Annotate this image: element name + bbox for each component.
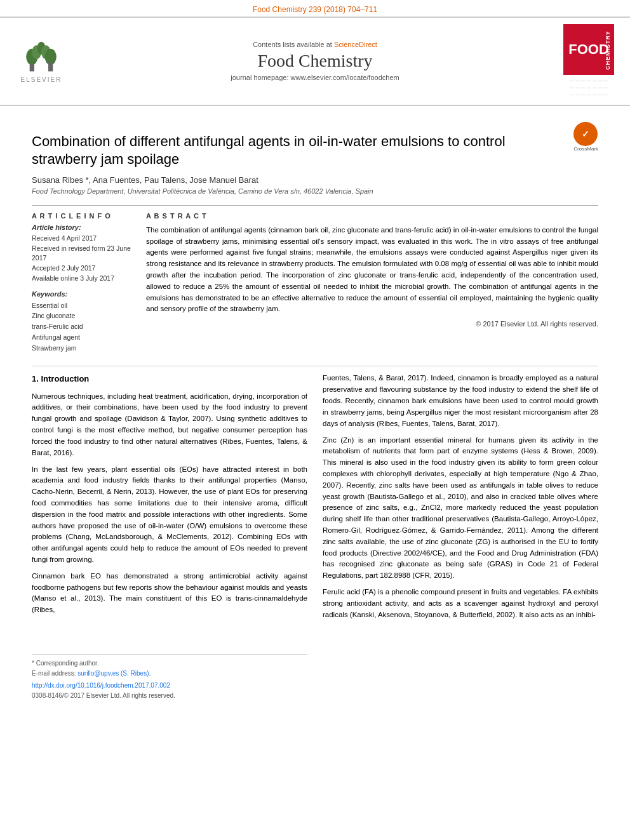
keyword-5: Strawberry jam <box>32 343 133 354</box>
available-date: Available online 3 July 2017 <box>32 274 133 284</box>
body-para-r3: Ferulic acid (FA) is a phenolic compound… <box>323 587 598 620</box>
keyword-4: Antifungal agent <box>32 332 133 343</box>
crossmark-label: CrossMark <box>573 146 598 152</box>
issn: 0308-8146/© 2017 Elsevier Ltd. All right… <box>32 691 307 701</box>
body-section: 1. Introduction Numerous techniques, inc… <box>32 373 598 700</box>
footnote-section: * Corresponding author. E-mail address: … <box>32 654 307 700</box>
keyword-3: trans-Ferulic acid <box>32 321 133 332</box>
article-title: Combination of different antifungal agen… <box>32 133 567 169</box>
doi-link: http://dx.doi.org/10.1016/j.foodchem.201… <box>32 681 307 691</box>
sciencedirect-link: Contents lists available at ScienceDirec… <box>76 41 554 48</box>
header-middle: Contents lists available at ScienceDirec… <box>70 41 560 81</box>
footnote-star: * Corresponding author. <box>32 658 307 669</box>
journal-title: Food Chemistry <box>76 51 554 71</box>
logo-food-text: FOOD <box>568 43 609 57</box>
main-content: Combination of different antifungal agen… <box>0 119 630 701</box>
elsevier-tree-icon <box>22 39 60 74</box>
svg-point-5 <box>45 48 57 65</box>
intro-heading: 1. Introduction <box>32 373 307 385</box>
journal-header: ELSEVIER Contents lists available at Sci… <box>0 17 630 106</box>
footnote-email: E-mail address: surillo@upv.es (S. Ribes… <box>32 669 307 679</box>
authors: Susana Ribes *, Ana Fuentes, Pau Talens,… <box>32 175 567 185</box>
article-title-section: Combination of different antifungal agen… <box>32 119 598 205</box>
affiliation: Food Technology Department, Universitat … <box>32 187 567 195</box>
section-divider <box>32 366 598 366</box>
abstract-title: A B S T R A C T <box>146 212 598 220</box>
email-link[interactable]: surillo@upv.es (S. Ribes). <box>77 670 151 677</box>
received-date: Received 4 April 2017 <box>32 234 133 244</box>
abstract-panel: A B S T R A C T The combination of antif… <box>146 212 598 354</box>
svg-rect-6 <box>48 62 53 71</box>
abstract-text: The combination of antifungal agents (ci… <box>146 225 598 316</box>
keyword-1: Essential oil <box>32 300 133 311</box>
keywords-title: Keywords: <box>32 290 133 298</box>
info-abstract-section: A R T I C L E I N F O Article history: R… <box>32 205 598 354</box>
crossmark-icon: ✓ <box>573 122 598 146</box>
crossmark-badge: ✓ CrossMark <box>573 122 598 152</box>
body-para-r2: Zinc (Zn) is an important essential mine… <box>323 435 598 582</box>
elsevier-logo: ELSEVIER <box>13 39 70 83</box>
copyright: © 2017 Elsevier Ltd. All rights reserved… <box>146 320 598 328</box>
food-chemistry-logo: FOOD CHEMISTRY — — — — — — — — — — — — —… <box>560 24 617 98</box>
body-para-2: In the last few years, plant essential o… <box>32 464 307 566</box>
body-col-right: Fuentes, Talens, & Barat, 2017). Indeed,… <box>323 373 598 700</box>
logo-chemistry-text: CHEMISTRY <box>605 29 611 70</box>
journal-homepage: journal homepage: www.elsevier.com/locat… <box>76 74 554 81</box>
accepted-date: Accepted 2 July 2017 <box>32 263 133 274</box>
history-label: Article history: <box>32 223 133 231</box>
journal-reference: Food Chemistry 239 (2018) 704–711 <box>0 0 630 17</box>
article-info-title: A R T I C L E I N F O <box>32 212 133 220</box>
received-revised-date: Received in revised form 23 June 2017 <box>32 244 133 264</box>
keyword-2: Zinc gluconate <box>32 310 133 321</box>
logo-box: FOOD CHEMISTRY <box>563 24 614 75</box>
sciencedirect-anchor[interactable]: ScienceDirect <box>334 41 377 48</box>
body-para-1: Numerous techniques, including heat trea… <box>32 391 307 459</box>
logo-small-lines: — — — — — — — — — — — — — — — — — — — — … <box>570 77 608 98</box>
doi-anchor[interactable]: http://dx.doi.org/10.1016/j.foodchem.201… <box>32 682 170 689</box>
article-info-panel: A R T I C L E I N F O Article history: R… <box>32 212 133 354</box>
body-para-r1: Fuentes, Talens, & Barat, 2017). Indeed,… <box>323 373 598 429</box>
body-para-3: Cinnamon bark EO has demonstrated a stro… <box>32 571 307 616</box>
body-col-left: 1. Introduction Numerous techniques, inc… <box>32 373 307 700</box>
